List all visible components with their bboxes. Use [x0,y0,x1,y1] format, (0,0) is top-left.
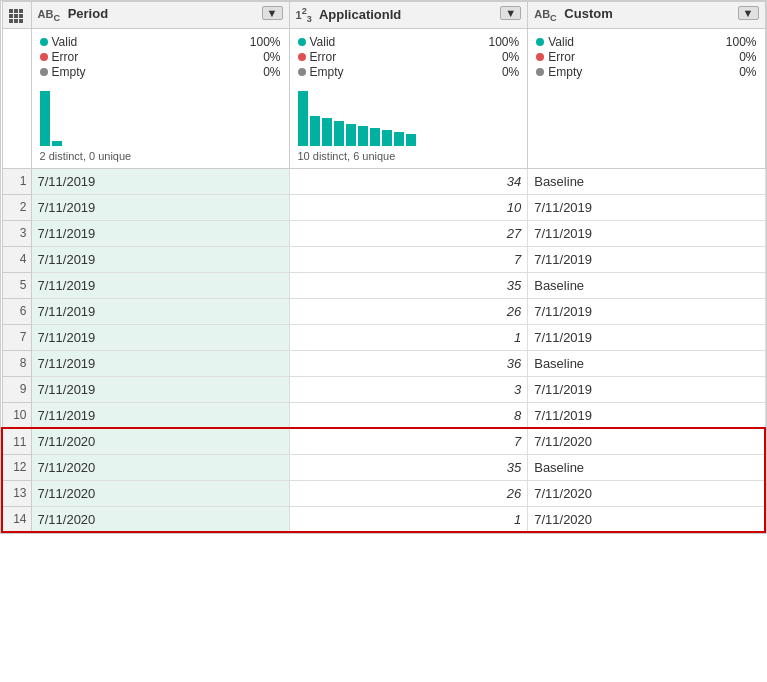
custom-cell: 7/11/2019 [528,376,765,402]
custom-error-pct: 0% [725,50,757,64]
period-cell: 7/11/2019 [31,272,289,298]
appid-cell: 8 [289,402,528,428]
appid-bar-8 [382,130,392,146]
period-bar-2 [52,141,62,146]
empty-dot [40,68,48,76]
custom-stats-cell: Valid 100% Error 0% [528,28,765,168]
table-row: 87/11/201936Baseline [2,350,765,376]
period-cell: 7/11/2020 [31,480,289,506]
table-row: 77/11/201917/11/2019 [2,324,765,350]
appid-cell: 35 [289,272,528,298]
row-number-cell: 7 [2,324,31,350]
error-dot [40,53,48,61]
row-number-cell: 8 [2,350,31,376]
custom-filter-button[interactable]: ▼ [738,6,759,20]
appid-cell: 26 [289,480,528,506]
period-cell: 7/11/2019 [31,246,289,272]
appid-filter-button[interactable]: ▼ [500,6,521,20]
appid-cell: 3 [289,376,528,402]
appid-cell: 1 [289,506,528,532]
appid-cell: 34 [289,168,528,194]
custom-empty-dot [536,68,544,76]
appid-bar-9 [394,132,404,146]
appid-bar-10 [406,134,416,146]
period-error-pct: 0% [249,50,281,64]
period-cell: 7/11/2020 [31,428,289,454]
appid-cell: 7 [289,246,528,272]
period-cell: 7/11/2019 [31,402,289,428]
custom-valid-dot [536,38,544,46]
custom-cell: Baseline [528,168,765,194]
period-valid-label: Valid [52,35,78,49]
period-chart [40,86,281,146]
custom-valid-pct: 100% [725,35,757,49]
appid-valid-label: Valid [310,35,336,49]
table-row: 37/11/2019277/11/2019 [2,220,765,246]
period-cell: 7/11/2019 [31,350,289,376]
row-number-cell: 3 [2,220,31,246]
valid-dot [40,38,48,46]
period-bar-1 [40,91,50,146]
custom-type-icon: ABC [534,8,557,20]
row-number-cell: 9 [2,376,31,402]
period-cell: 7/11/2019 [31,324,289,350]
stats-rownum-cell [2,28,31,168]
appid-column-label: ApplicationId [319,7,401,22]
row-number-cell: 12 [2,454,31,480]
custom-cell: Baseline [528,272,765,298]
table-row: 97/11/201937/11/2019 [2,376,765,402]
custom-column-header[interactable]: ABC Custom ▼ [528,2,765,29]
custom-cell: 7/11/2019 [528,220,765,246]
appid-bar-6 [358,126,368,146]
custom-error-label: Error [548,50,575,64]
appid-valid-dot [298,38,306,46]
appid-empty-pct: 0% [487,65,519,79]
appid-chart [298,86,520,146]
period-column-header[interactable]: ABC Period ▼ [31,2,289,29]
custom-column-label: Custom [564,6,612,21]
appid-cell: 1 [289,324,528,350]
custom-valid-label: Valid [548,35,574,49]
table-row: 117/11/202077/11/2020 [2,428,765,454]
table-row: 147/11/202017/11/2020 [2,506,765,532]
table-row: 17/11/201934Baseline [2,168,765,194]
period-cell: 7/11/2019 [31,220,289,246]
grid-icon [9,9,23,23]
custom-cell: 7/11/2020 [528,506,765,532]
period-error-label: Error [52,50,79,64]
row-number-cell: 11 [2,428,31,454]
data-table: ABC Period ▼ 123 ApplicationId ▼ ABC Cus… [0,0,767,534]
custom-cell: 7/11/2019 [528,194,765,220]
custom-cell: 7/11/2019 [528,246,765,272]
appid-cell: 10 [289,194,528,220]
row-number-cell: 4 [2,246,31,272]
appid-error-label: Error [310,50,337,64]
period-cell: 7/11/2019 [31,376,289,402]
custom-cell: Baseline [528,350,765,376]
custom-cell: 7/11/2020 [528,428,765,454]
appid-column-header[interactable]: 123 ApplicationId ▼ [289,2,528,29]
table-row: 137/11/2020267/11/2020 [2,480,765,506]
period-filter-button[interactable]: ▼ [262,6,283,20]
row-number-cell: 2 [2,194,31,220]
period-cell: 7/11/2019 [31,194,289,220]
appid-bar-3 [322,118,332,146]
custom-cell: Baseline [528,454,765,480]
appid-empty-dot [298,68,306,76]
custom-empty-label: Empty [548,65,582,79]
appid-bar-4 [334,121,344,146]
period-column-label: Period [68,6,108,21]
table-row: 127/11/202035Baseline [2,454,765,480]
appid-cell: 26 [289,298,528,324]
custom-empty-pct: 0% [725,65,757,79]
appid-empty-label: Empty [310,65,344,79]
row-number-cell: 6 [2,298,31,324]
table-row: 47/11/201977/11/2019 [2,246,765,272]
period-valid-pct: 100% [249,35,281,49]
row-number-cell: 5 [2,272,31,298]
table-row: 107/11/201987/11/2019 [2,402,765,428]
appid-error-dot [298,53,306,61]
period-type-icon: ABC [38,8,61,20]
appid-stats-cell: Valid 100% Error 0% [289,28,528,168]
period-empty-label: Empty [52,65,86,79]
